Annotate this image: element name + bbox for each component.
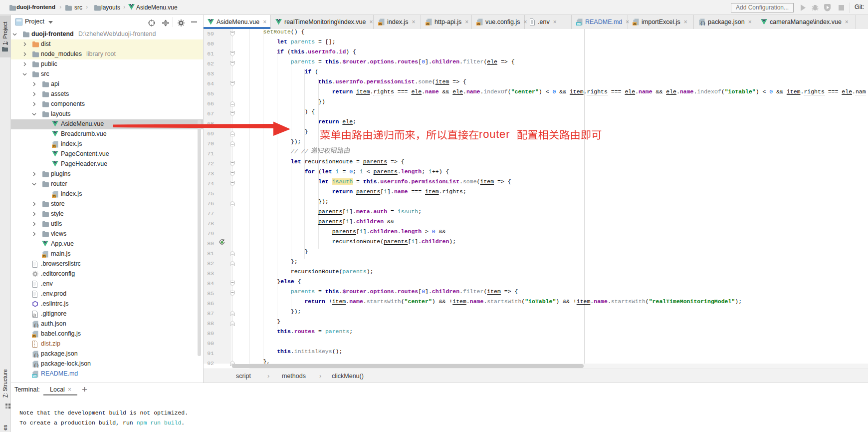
svg-text:MD: MD — [577, 22, 581, 25]
svg-text:JS: JS — [52, 195, 56, 198]
svg-text:JS: JS — [52, 145, 56, 148]
svg-text:JS: JS — [32, 335, 36, 338]
svg-text:MD: MD — [32, 375, 36, 378]
svg-text:{}: {} — [700, 21, 705, 25]
svg-text:JS: JS — [633, 22, 637, 25]
svg-text:JS: JS — [42, 255, 46, 258]
svg-text:{}: {} — [34, 364, 39, 368]
svg-text:{}: {} — [34, 324, 39, 328]
svg-text:JS: JS — [379, 22, 382, 25]
svg-text:{}: {} — [34, 354, 39, 358]
svg-text:JS: JS — [426, 22, 430, 25]
svg-text:JS: JS — [477, 22, 480, 25]
